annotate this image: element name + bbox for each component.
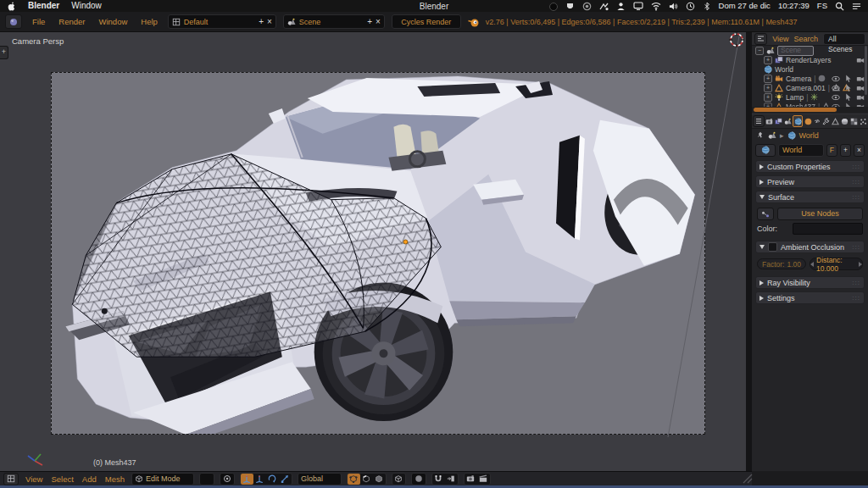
- selectable-icon[interactable]: [844, 84, 852, 92]
- tab-world[interactable]: [793, 115, 803, 127]
- outliner-editor-type-button[interactable]: [754, 33, 767, 45]
- panel-surface[interactable]: Surface :::: [755, 191, 865, 203]
- outliner-display-mode[interactable]: All Scenes: [823, 33, 865, 45]
- limit-selection-visible-button[interactable]: [392, 474, 405, 485]
- viewport-shading-selector[interactable]: [199, 473, 214, 485]
- bluetooth-icon[interactable]: [703, 1, 711, 11]
- unlink-world-button[interactable]: ×: [854, 144, 865, 157]
- volume-icon[interactable]: [669, 1, 678, 11]
- outliner-vscrollbar[interactable]: [865, 46, 867, 95]
- outliner-menu-view[interactable]: View: [772, 35, 788, 43]
- resize-grip-icon[interactable]: [742, 473, 754, 485]
- outliner-row-scene[interactable]: − Scene: [752, 46, 868, 55]
- menubar-date[interactable]: Dom 27 de dic: [719, 1, 771, 10]
- input-source-icon[interactable]: [599, 1, 609, 11]
- wifi-icon[interactable]: [651, 1, 661, 11]
- ao-enable-checkbox[interactable]: [768, 242, 777, 252]
- tab-material[interactable]: [841, 116, 849, 126]
- panel-grip-icon[interactable]: :::: [852, 243, 860, 251]
- outliner-row-camera001[interactable]: + Camera.001 |: [752, 83, 868, 92]
- viewport-editor-type-button[interactable]: [3, 473, 19, 485]
- menubar-clock[interactable]: 10:27:39: [778, 1, 810, 10]
- scene-close-button[interactable]: ×: [376, 18, 381, 25]
- vertex-select-button[interactable]: [348, 474, 360, 485]
- app-menu-window[interactable]: Window: [71, 1, 102, 10]
- expand-icon[interactable]: +: [764, 75, 772, 83]
- editor-type-button[interactable]: [5, 14, 22, 29]
- app-menu-blender[interactable]: Blender: [28, 1, 59, 10]
- outliner-row-world[interactable]: World: [752, 64, 868, 74]
- face-select-button[interactable]: [373, 474, 386, 485]
- world-browse-button[interactable]: [755, 144, 776, 157]
- render-restrict-icon[interactable]: [856, 84, 865, 92]
- tab-particles[interactable]: [859, 116, 867, 126]
- display-icon[interactable]: [633, 1, 643, 11]
- fullscreen-indicator[interactable]: FS: [817, 1, 827, 10]
- expand-icon[interactable]: +: [764, 93, 772, 102]
- ao-factor-slider[interactable]: Factor: 1.00: [757, 258, 806, 269]
- recording-dot-icon[interactable]: [549, 1, 558, 10]
- hide-icon[interactable]: [832, 84, 840, 92]
- menu-help[interactable]: Help: [137, 17, 161, 26]
- menu-window[interactable]: Window: [95, 17, 131, 26]
- outliner-hscrollbar[interactable]: [754, 108, 837, 112]
- add-world-button[interactable]: +: [840, 144, 851, 157]
- scene-selector[interactable]: Scene + ×: [283, 14, 385, 29]
- expand-icon[interactable]: +: [764, 56, 772, 64]
- scale-manipulator-button[interactable]: [279, 474, 292, 485]
- snap-element-button[interactable]: [445, 474, 458, 485]
- viewport-menu-add[interactable]: Add: [81, 474, 98, 484]
- camera-status-icon[interactable]: [582, 1, 592, 11]
- increment-arrow-icon[interactable]: [859, 262, 862, 267]
- tab-render-layers[interactable]: [775, 116, 783, 126]
- opengl-render-anim-button[interactable]: [477, 474, 490, 485]
- edge-select-button[interactable]: [360, 474, 373, 485]
- panel-grip-icon[interactable]: :::: [852, 178, 860, 186]
- expand-icon[interactable]: +: [764, 84, 772, 92]
- render-restrict-icon[interactable]: [856, 56, 865, 64]
- panel-settings[interactable]: Settings :::: [755, 291, 865, 304]
- app-status-icon[interactable]: [565, 1, 575, 11]
- opengl-render-button[interactable]: [465, 474, 477, 485]
- node-icon-button[interactable]: [757, 208, 774, 220]
- 3d-viewport[interactable]: Camera Persp + (0) Mesh437: [0, 32, 746, 471]
- panel-custom-properties[interactable]: Custom Properties :::: [755, 160, 865, 173]
- screen-layout-selector[interactable]: Default + ×: [168, 14, 276, 29]
- outliner-menu-search[interactable]: Search: [794, 35, 819, 43]
- tab-object[interactable]: [804, 116, 812, 126]
- outliner-row-camera[interactable]: + Camera |: [752, 74, 868, 83]
- snap-toggle-button[interactable]: [432, 474, 445, 485]
- scene-add-button[interactable]: +: [367, 18, 372, 25]
- tab-scene[interactable]: [783, 116, 792, 126]
- area-divider[interactable]: [746, 32, 752, 485]
- tab-render[interactable]: [765, 116, 774, 126]
- layout-close-button[interactable]: ×: [267, 18, 272, 25]
- render-restrict-icon[interactable]: [856, 75, 865, 83]
- render-restrict-icon[interactable]: [856, 93, 865, 102]
- tab-texture[interactable]: [849, 116, 858, 126]
- panel-grip-icon[interactable]: :::: [852, 193, 860, 201]
- scene-name-selected[interactable]: Scene: [777, 46, 814, 56]
- panel-grip-icon[interactable]: :::: [852, 279, 860, 286]
- layout-add-button[interactable]: +: [259, 18, 264, 25]
- viewport-menu-mesh[interactable]: Mesh: [103, 474, 126, 484]
- toolshelf-expand-tab[interactable]: +: [0, 46, 8, 59]
- transform-orientation-selector[interactable]: Global: [298, 473, 342, 485]
- panel-grip-icon[interactable]: :::: [852, 163, 860, 170]
- panel-preview[interactable]: Preview :::: [755, 175, 865, 188]
- selectable-icon[interactable]: [844, 93, 852, 102]
- manipulator-toggle-button[interactable]: [241, 474, 253, 485]
- menu-render[interactable]: Render: [55, 17, 88, 26]
- fake-user-button[interactable]: F: [826, 144, 837, 157]
- pivot-point-selector[interactable]: [220, 473, 235, 485]
- ao-distance-field[interactable]: Distanc: 10.000: [810, 258, 863, 270]
- mode-selector[interactable]: Edit Mode: [131, 473, 194, 485]
- panel-grip-icon[interactable]: :::: [852, 294, 860, 302]
- panel-ray-visibility[interactable]: Ray Visibility :::: [755, 276, 865, 289]
- panel-ambient-occlusion[interactable]: Ambient Occlusion :::: [755, 241, 865, 253]
- tab-constraints[interactable]: [813, 116, 821, 126]
- tab-modifiers[interactable]: [822, 116, 831, 126]
- selectable-icon[interactable]: [844, 75, 852, 83]
- notification-center-icon[interactable]: [852, 1, 861, 11]
- tab-data[interactable]: [832, 116, 840, 126]
